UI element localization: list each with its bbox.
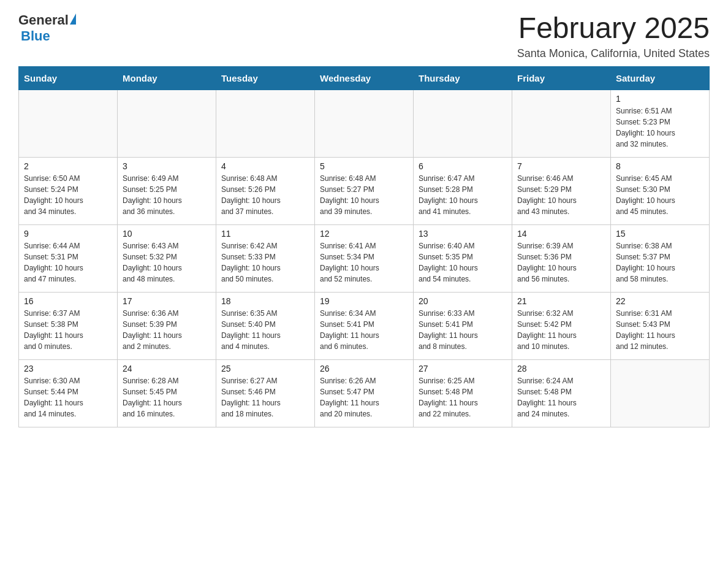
calendar-cell: 26Sunrise: 6:26 AM Sunset: 5:47 PM Dayli…	[315, 359, 414, 427]
calendar-cell	[611, 359, 710, 427]
calendar-cell: 7Sunrise: 6:46 AM Sunset: 5:29 PM Daylig…	[512, 157, 611, 224]
day-info: Sunrise: 6:27 AM Sunset: 5:46 PM Dayligh…	[221, 375, 309, 419]
calendar-cell	[512, 90, 611, 157]
calendar-week-3: 9Sunrise: 6:44 AM Sunset: 5:31 PM Daylig…	[19, 224, 710, 292]
calendar-cell	[118, 90, 216, 157]
day-number: 25	[221, 364, 309, 373]
day-number: 8	[616, 161, 704, 171]
day-info: Sunrise: 6:48 AM Sunset: 5:26 PM Dayligh…	[221, 173, 309, 217]
day-number: 4	[221, 161, 309, 171]
header-cell-thursday: Thursday	[414, 66, 512, 90]
title-block: February 2025 Santa Monica, California, …	[517, 12, 710, 60]
day-number: 28	[517, 364, 605, 373]
logo-triangle-icon	[70, 13, 76, 25]
day-info: Sunrise: 6:46 AM Sunset: 5:29 PM Dayligh…	[517, 173, 605, 217]
day-number: 27	[419, 364, 507, 373]
day-number: 2	[24, 161, 112, 171]
day-info: Sunrise: 6:31 AM Sunset: 5:43 PM Dayligh…	[616, 308, 704, 352]
day-number: 19	[320, 296, 408, 306]
calendar-cell: 8Sunrise: 6:45 AM Sunset: 5:30 PM Daylig…	[611, 157, 710, 224]
day-info: Sunrise: 6:38 AM Sunset: 5:37 PM Dayligh…	[616, 240, 704, 285]
header-cell-tuesday: Tuesday	[216, 66, 315, 90]
day-number: 14	[517, 229, 605, 239]
calendar-cell: 14Sunrise: 6:39 AM Sunset: 5:36 PM Dayli…	[512, 224, 611, 292]
calendar-week-4: 16Sunrise: 6:37 AM Sunset: 5:38 PM Dayli…	[19, 292, 710, 359]
day-info: Sunrise: 6:32 AM Sunset: 5:42 PM Dayligh…	[517, 308, 605, 352]
calendar-cell: 12Sunrise: 6:41 AM Sunset: 5:34 PM Dayli…	[315, 224, 414, 292]
header-cell-wednesday: Wednesday	[315, 66, 414, 90]
calendar-cell: 18Sunrise: 6:35 AM Sunset: 5:40 PM Dayli…	[216, 292, 315, 359]
calendar-cell: 5Sunrise: 6:48 AM Sunset: 5:27 PM Daylig…	[315, 157, 414, 224]
calendar-cell: 24Sunrise: 6:28 AM Sunset: 5:45 PM Dayli…	[118, 359, 216, 427]
day-number: 17	[123, 296, 211, 306]
day-info: Sunrise: 6:40 AM Sunset: 5:35 PM Dayligh…	[419, 240, 507, 285]
calendar-cell: 27Sunrise: 6:25 AM Sunset: 5:48 PM Dayli…	[414, 359, 512, 427]
logo-general-text: General	[18, 12, 69, 28]
calendar-cell: 9Sunrise: 6:44 AM Sunset: 5:31 PM Daylig…	[19, 224, 118, 292]
day-info: Sunrise: 6:28 AM Sunset: 5:45 PM Dayligh…	[123, 375, 211, 419]
calendar-cell: 19Sunrise: 6:34 AM Sunset: 5:41 PM Dayli…	[315, 292, 414, 359]
header-row: SundayMondayTuesdayWednesdayThursdayFrid…	[19, 66, 710, 90]
calendar-cell: 2Sunrise: 6:50 AM Sunset: 5:24 PM Daylig…	[19, 157, 118, 224]
calendar-cell	[216, 90, 315, 157]
day-info: Sunrise: 6:35 AM Sunset: 5:40 PM Dayligh…	[221, 308, 309, 352]
day-info: Sunrise: 6:39 AM Sunset: 5:36 PM Dayligh…	[517, 240, 605, 285]
day-info: Sunrise: 6:47 AM Sunset: 5:28 PM Dayligh…	[419, 173, 507, 217]
day-info: Sunrise: 6:33 AM Sunset: 5:41 PM Dayligh…	[419, 308, 507, 352]
calendar-cell: 25Sunrise: 6:27 AM Sunset: 5:46 PM Dayli…	[216, 359, 315, 427]
calendar-cell: 15Sunrise: 6:38 AM Sunset: 5:37 PM Dayli…	[611, 224, 710, 292]
day-number: 5	[320, 161, 408, 171]
page-header: General Blue February 2025 Santa Monica,…	[18, 12, 710, 60]
header-cell-sunday: Sunday	[19, 66, 118, 90]
calendar-body: 1Sunrise: 6:51 AM Sunset: 5:23 PM Daylig…	[19, 90, 710, 427]
day-info: Sunrise: 6:51 AM Sunset: 5:23 PM Dayligh…	[616, 105, 704, 150]
day-info: Sunrise: 6:24 AM Sunset: 5:48 PM Dayligh…	[517, 375, 605, 419]
calendar-cell: 21Sunrise: 6:32 AM Sunset: 5:42 PM Dayli…	[512, 292, 611, 359]
calendar-cell: 4Sunrise: 6:48 AM Sunset: 5:26 PM Daylig…	[216, 157, 315, 224]
calendar-week-2: 2Sunrise: 6:50 AM Sunset: 5:24 PM Daylig…	[19, 157, 710, 224]
day-info: Sunrise: 6:43 AM Sunset: 5:32 PM Dayligh…	[123, 240, 211, 285]
day-number: 23	[24, 364, 112, 373]
calendar-cell: 23Sunrise: 6:30 AM Sunset: 5:44 PM Dayli…	[19, 359, 118, 427]
calendar-cell: 6Sunrise: 6:47 AM Sunset: 5:28 PM Daylig…	[414, 157, 512, 224]
day-number: 24	[123, 364, 211, 373]
day-number: 13	[419, 229, 507, 239]
calendar-cell: 11Sunrise: 6:42 AM Sunset: 5:33 PM Dayli…	[216, 224, 315, 292]
day-number: 10	[123, 229, 211, 239]
calendar-cell: 10Sunrise: 6:43 AM Sunset: 5:32 PM Dayli…	[118, 224, 216, 292]
calendar-table: SundayMondayTuesdayWednesdayThursdayFrid…	[18, 66, 710, 427]
calendar-week-5: 23Sunrise: 6:30 AM Sunset: 5:44 PM Dayli…	[19, 359, 710, 427]
day-number: 12	[320, 229, 408, 239]
day-info: Sunrise: 6:34 AM Sunset: 5:41 PM Dayligh…	[320, 308, 408, 352]
day-number: 18	[221, 296, 309, 306]
day-number: 21	[517, 296, 605, 306]
day-info: Sunrise: 6:48 AM Sunset: 5:27 PM Dayligh…	[320, 173, 408, 217]
day-info: Sunrise: 6:37 AM Sunset: 5:38 PM Dayligh…	[24, 308, 112, 352]
day-info: Sunrise: 6:44 AM Sunset: 5:31 PM Dayligh…	[24, 240, 112, 285]
day-info: Sunrise: 6:42 AM Sunset: 5:33 PM Dayligh…	[221, 240, 309, 285]
month-title: February 2025	[517, 12, 710, 45]
day-number: 15	[616, 229, 704, 239]
calendar-cell: 20Sunrise: 6:33 AM Sunset: 5:41 PM Dayli…	[414, 292, 512, 359]
day-info: Sunrise: 6:50 AM Sunset: 5:24 PM Dayligh…	[24, 173, 112, 217]
calendar-cell: 3Sunrise: 6:49 AM Sunset: 5:25 PM Daylig…	[118, 157, 216, 224]
day-info: Sunrise: 6:49 AM Sunset: 5:25 PM Dayligh…	[123, 173, 211, 217]
calendar-cell: 16Sunrise: 6:37 AM Sunset: 5:38 PM Dayli…	[19, 292, 118, 359]
day-number: 22	[616, 296, 704, 306]
day-number: 9	[24, 229, 112, 239]
day-number: 26	[320, 364, 408, 373]
calendar-cell: 22Sunrise: 6:31 AM Sunset: 5:43 PM Dayli…	[611, 292, 710, 359]
day-info: Sunrise: 6:25 AM Sunset: 5:48 PM Dayligh…	[419, 375, 507, 419]
day-number: 7	[517, 161, 605, 171]
day-info: Sunrise: 6:26 AM Sunset: 5:47 PM Dayligh…	[320, 375, 408, 419]
location-title: Santa Monica, California, United States	[517, 47, 710, 60]
calendar-cell: 1Sunrise: 6:51 AM Sunset: 5:23 PM Daylig…	[611, 90, 710, 157]
calendar-header: SundayMondayTuesdayWednesdayThursdayFrid…	[19, 66, 710, 90]
day-info: Sunrise: 6:41 AM Sunset: 5:34 PM Dayligh…	[320, 240, 408, 285]
calendar-cell: 13Sunrise: 6:40 AM Sunset: 5:35 PM Dayli…	[414, 224, 512, 292]
day-number: 11	[221, 229, 309, 239]
calendar-cell	[315, 90, 414, 157]
calendar-week-1: 1Sunrise: 6:51 AM Sunset: 5:23 PM Daylig…	[19, 90, 710, 157]
logo-blue-text: Blue	[21, 28, 50, 44]
header-cell-friday: Friday	[512, 66, 611, 90]
